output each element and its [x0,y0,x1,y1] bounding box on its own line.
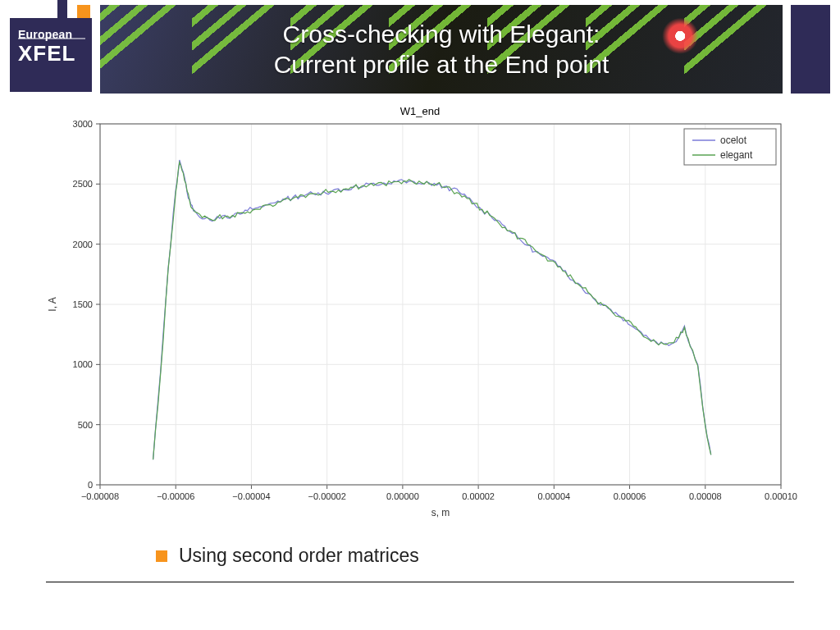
bullet-square-icon [156,550,167,562]
slide-title-line1: Cross-checking with Elegant: [283,19,600,50]
svg-text:−0.00002: −0.00002 [308,491,346,501]
chart-title: W1_end [43,105,797,117]
svg-text:1000: 1000 [73,359,93,369]
svg-text:2000: 2000 [73,240,93,249]
svg-text:0.00006: 0.00006 [614,491,646,501]
svg-text:I, A: I, A [47,297,58,311]
banner-right-block [791,5,830,94]
svg-text:0.00008: 0.00008 [689,491,722,501]
svg-text:0.00010: 0.00010 [765,491,797,501]
svg-text:−0.00006: −0.00006 [157,491,194,501]
slide-title-line2: Current profile at the End point [274,49,609,80]
svg-text:elegant: elegant [720,149,753,161]
svg-text:0: 0 [88,480,93,490]
svg-text:0.00000: 0.00000 [386,491,419,501]
svg-text:500: 500 [78,420,93,430]
logo-line2: XFEL [18,41,85,66]
bullet-item: Using second order matrices [156,545,807,567]
svg-text:0.00004: 0.00004 [537,491,570,501]
svg-text:0.00002: 0.00002 [462,491,495,501]
svg-text:1500: 1500 [73,299,93,309]
chart-container: W1_end −0.00008−0.00006−0.00004−0.000020… [43,105,797,523]
svg-text:ocelot: ocelot [720,135,747,146]
svg-text:3000: 3000 [73,119,93,129]
current-profile-chart: −0.00008−0.00006−0.00004−0.000020.000000… [43,119,797,523]
svg-text:2500: 2500 [73,179,93,189]
svg-text:−0.00004: −0.00004 [232,491,270,501]
svg-text:−0.00008: −0.00008 [81,491,119,501]
logo-accent-line [57,0,67,18]
logo-accent-square [77,5,90,18]
svg-text:s, m: s, m [431,507,450,518]
bullet-text: Using second order matrices [179,545,419,567]
xfel-logo: European XFEL [10,18,92,92]
title-banner: European XFEL Cross-checking with Elegan… [0,0,840,98]
footer-divider [46,582,794,582]
slide-title: Cross-checking with Elegant: Current pro… [100,0,783,98]
slide-body: W1_end −0.00008−0.00006−0.00004−0.000020… [0,98,840,582]
